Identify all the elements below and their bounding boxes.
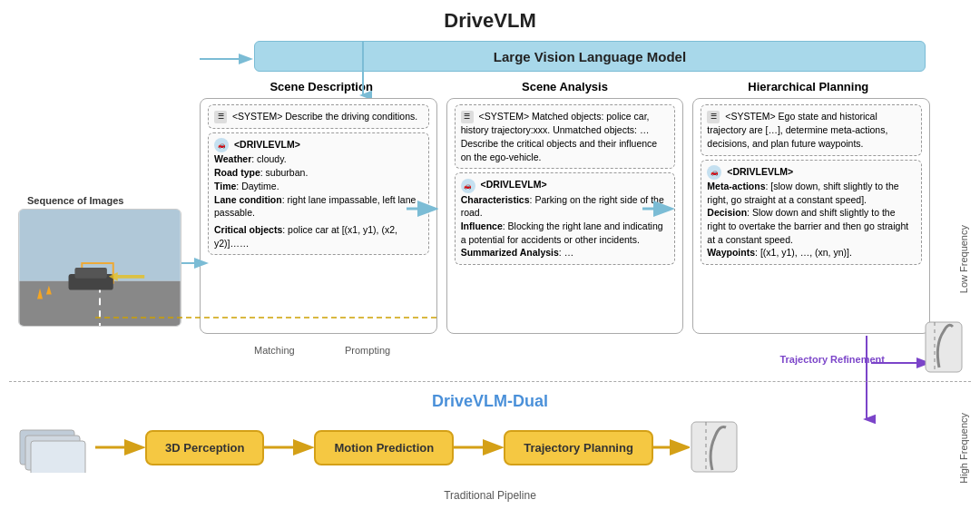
hierarchical-planning-panel: ☰ <SYSTEM> Ego state and historical traj… [692,98,930,334]
system-icon-2: ☰ [461,111,474,123]
panels-row: ☰ <SYSTEM> Describe the driving conditio… [200,98,930,334]
pipeline-arrow-3 [454,438,504,456]
matching-label: Matching [254,345,295,356]
section-headers: Scene Description Scene Analysis Hierarc… [200,80,930,93]
panel-arrow-2-3 [642,200,674,218]
pipeline-arrow-4 [653,438,690,456]
low-frequency-label: Low Frequency [958,225,969,293]
svg-rect-26 [691,422,737,472]
trajectory-planning-box: Trajectory Planning [504,430,653,465]
scene-description-header: Scene Description [200,80,443,93]
drive-icon-row-2: 🚗 <DRIVLEVLM> [461,178,670,192]
hier-planning-drivevlm: 🚗 <DRIVLEVLM> Meta-actions: [slow down, … [701,160,922,265]
sequence-label: Sequence of Images [27,195,123,206]
drive-icon-2: 🚗 [461,179,475,193]
pipeline-row: 3D Perception Motion Prediction Trajecto… [18,420,962,475]
system-icon-3: ☰ [707,111,720,123]
img-to-panel-arrow [181,254,209,272]
drive-icon-row-3: 🚗 <DRIVLEVLM> [707,165,916,180]
main-title: DriveVLM [0,0,980,33]
drive-icon-1: 🚗 [214,138,229,152]
drive-icon-3: 🚗 [707,165,721,180]
svg-rect-9 [74,268,106,279]
perception-box: 3D Perception [145,430,264,465]
vlm-to-sections-arrow [200,45,254,73]
pipeline-arrow-1 [95,438,145,456]
hierarchical-planning-header: Hierarchical Planning [687,80,930,93]
high-frequency-label: High Frequency [958,413,969,484]
panel-arrow-1-2 [407,200,438,218]
drive-icon-row-1: 🚗 <DRIVLEVLM> [214,138,423,152]
scene-desc-system: ☰ <SYSTEM> Describe the driving conditio… [208,104,429,129]
system-icon-1: ☰ [214,111,227,123]
divider-line [9,381,971,382]
road-curve-bottom [690,420,740,475]
prompting-label: Prompting [345,345,390,356]
hier-planning-system: ☰ <SYSTEM> Ego state and historical traj… [701,104,922,156]
vlm-down-arrow1 [354,41,372,100]
scene-analysis-drivevlm: 🚗 <DRIVLEVLM> Characteristics: Parking o… [455,172,676,265]
motion-prediction-box: Motion Prediction [314,430,454,465]
pipeline-arrow-2 [264,438,314,456]
svg-rect-21 [31,441,85,473]
scene-analysis-header: Scene Analysis [443,80,686,93]
road-curve-top [921,318,966,377]
drivevlm-dual-label: DriveVLM-Dual [432,392,548,411]
scene-analysis-system: ☰ <SYSTEM> Matched objects: police car, … [455,104,676,169]
pipeline-image-seq [18,423,91,473]
scene-desc-drivevlm: 🚗 <DRIVLEVLM> Weather: cloudy. Road type… [208,132,429,255]
traditional-pipeline-label: Traditional Pipeline [444,489,536,502]
scene-description-panel: ☰ <SYSTEM> Describe the driving conditio… [200,98,437,334]
